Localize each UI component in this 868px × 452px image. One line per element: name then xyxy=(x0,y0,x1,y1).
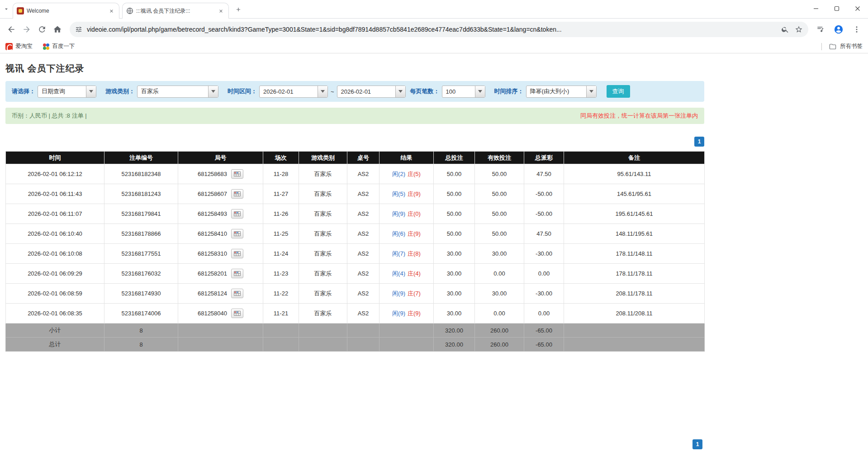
chevron-down-icon[interactable] xyxy=(208,86,218,97)
per-page-label: 每页笔数： xyxy=(410,87,440,95)
col-game: 游戏类别 xyxy=(299,152,347,164)
cell-total-bet-link[interactable]: 50.00 xyxy=(434,184,475,204)
cell-total-bet-link[interactable]: 30.00 xyxy=(434,264,475,284)
cell-bet-id: 523168182348 xyxy=(104,164,178,184)
url-bar[interactable]: videoie.com/ipl/portal.php/game/betrecor… xyxy=(70,22,808,37)
time-sort-dropdown[interactable]: 降幂(由大到小) xyxy=(526,86,597,98)
bookmark-baidu[interactable]: 百度一下 xyxy=(43,43,75,50)
table-row: 2026-02-01 06:10:08 523168177551 6812583… xyxy=(6,244,705,264)
bookmark-aitaobao[interactable]: 爱淘宝 xyxy=(5,43,33,50)
cell-payout: 47.50 xyxy=(524,164,564,184)
reload-button[interactable] xyxy=(34,22,50,37)
cell-total-bet-link[interactable]: 50.00 xyxy=(434,204,475,224)
subtotal-valid-bet: 260.00 xyxy=(475,324,524,338)
round-number: 681258493 xyxy=(198,210,227,217)
pagination-page-1[interactable]: 1 xyxy=(694,137,704,147)
pagination-top: 1 xyxy=(5,137,704,147)
result-banker: 庄(9) xyxy=(408,190,421,197)
tab-close-icon[interactable] xyxy=(107,7,115,15)
subtotal-total-bet: 320.00 xyxy=(434,324,475,338)
media-controls-icon[interactable] xyxy=(813,22,828,37)
chevron-down-icon[interactable] xyxy=(86,86,96,97)
forward-button[interactable] xyxy=(19,22,34,37)
window-controls xyxy=(806,0,868,17)
col-round: 局号 xyxy=(178,152,263,164)
cell-round: 681258410 xyxy=(178,224,263,244)
query-type-dropdown[interactable]: 日期查询 xyxy=(38,86,96,98)
cell-bet-id: 523168174930 xyxy=(104,284,178,304)
roadmap-button[interactable] xyxy=(231,269,243,278)
chevron-down-icon[interactable] xyxy=(475,86,485,97)
per-page-dropdown[interactable]: 100 xyxy=(442,86,485,98)
game-type-dropdown[interactable]: 百家乐 xyxy=(137,86,218,98)
cell-total-bet-link[interactable]: 50.00 xyxy=(434,164,475,184)
roadmap-button[interactable] xyxy=(231,169,243,179)
bookmark-star-icon[interactable] xyxy=(795,25,803,33)
back-button[interactable] xyxy=(4,22,19,37)
tab-welcome[interactable]: Welcome xyxy=(13,3,119,19)
roadmap-button[interactable] xyxy=(231,229,243,238)
minimize-button[interactable] xyxy=(806,0,826,17)
cell-result: 闲(2)庄(5) xyxy=(379,164,434,184)
cell-round: 681258040 xyxy=(178,304,263,324)
currency-total-text: 币别：人民币 | 总共 :8 注单 | xyxy=(12,112,87,120)
cell-valid-bet: 50.00 xyxy=(475,204,524,224)
close-window-button[interactable] xyxy=(847,0,868,17)
tab-close-icon[interactable] xyxy=(217,7,225,15)
cell-total-bet-link[interactable]: 30.00 xyxy=(434,244,475,264)
zoom-icon[interactable] xyxy=(781,25,789,33)
roadmap-button[interactable] xyxy=(231,209,243,219)
profile-avatar[interactable] xyxy=(831,22,846,37)
cell-round: 681258310 xyxy=(178,244,263,264)
site-info-icon[interactable] xyxy=(75,26,82,33)
pagination-page-1[interactable]: 1 xyxy=(693,439,702,449)
table-row: 2026-02-01 06:09:29 523168176032 6812582… xyxy=(6,264,705,284)
cell-time: 2026-02-01 06:10:08 xyxy=(6,244,104,264)
cell-round: 681258607 xyxy=(178,184,263,204)
bookmarks-bar: 爱淘宝 百度一下 所有书签 xyxy=(0,40,868,53)
chevron-down-icon[interactable] xyxy=(395,86,405,97)
cell-session: 11-21 xyxy=(263,304,299,324)
table-row: 2026-02-01 06:08:59 523168174930 6812581… xyxy=(6,284,705,304)
browser-toolbar: videoie.com/ipl/portal.php/game/betrecor… xyxy=(0,19,868,40)
cell-valid-bet: 0.00 xyxy=(475,304,524,324)
cell-session: 11-25 xyxy=(263,224,299,244)
roadmap-button[interactable] xyxy=(231,249,243,258)
maximize-button[interactable] xyxy=(826,0,847,17)
menu-kebab-icon[interactable] xyxy=(849,22,864,37)
cell-total-bet-link[interactable]: 30.00 xyxy=(434,304,475,324)
roadmap-button[interactable] xyxy=(231,289,243,298)
cell-game: 百家乐 xyxy=(299,284,347,304)
cell-time: 2026-02-01 06:10:40 xyxy=(6,224,104,244)
range-separator: ~ xyxy=(331,88,334,95)
cell-time: 2026-02-01 06:11:43 xyxy=(6,184,104,204)
chevron-down-icon[interactable] xyxy=(318,86,327,97)
new-tab-button[interactable] xyxy=(232,3,245,16)
cell-note: 95.61/143.11 xyxy=(564,164,705,184)
table-row: 2026-02-01 06:11:43 523168181243 6812586… xyxy=(6,184,705,204)
result-player: 闲(4) xyxy=(392,270,405,277)
all-bookmarks-button[interactable]: 所有书签 xyxy=(821,43,863,50)
cell-bet-id: 523168178866 xyxy=(104,224,178,244)
round-number: 681258607 xyxy=(198,190,227,197)
result-player: 闲(7) xyxy=(392,250,405,257)
roadmap-button[interactable] xyxy=(231,189,243,199)
cell-total-bet-link[interactable]: 30.00 xyxy=(434,284,475,304)
roadmap-button[interactable] xyxy=(231,309,243,318)
total-label: 总计 xyxy=(6,338,104,352)
cell-table: AS2 xyxy=(347,164,379,184)
date-to-dropdown[interactable]: 2026-02-01 xyxy=(337,86,406,98)
chevron-down-icon[interactable] xyxy=(586,86,596,97)
cell-total-bet-link[interactable]: 50.00 xyxy=(434,224,475,244)
cell-bet-id: 523168177551 xyxy=(104,244,178,264)
game-type-label: 游戏类别： xyxy=(105,87,135,95)
cell-table: AS2 xyxy=(347,224,379,244)
cell-result: 闲(9)庄(9) xyxy=(379,304,434,324)
tab-betrecord[interactable]: :::视讯 会员下注纪录::: xyxy=(122,3,229,19)
cell-payout: 0.00 xyxy=(524,304,564,324)
search-button[interactable]: 查询 xyxy=(607,85,630,98)
tab-title: Welcome xyxy=(27,8,104,14)
home-button[interactable] xyxy=(50,22,65,37)
tab-search-button[interactable] xyxy=(0,0,13,18)
date-from-dropdown[interactable]: 2026-02-01 xyxy=(259,86,328,98)
